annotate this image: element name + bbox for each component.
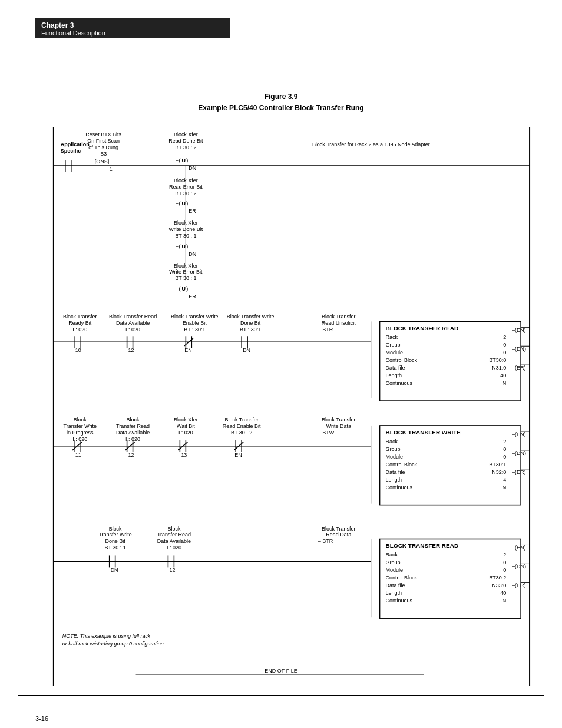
svg-text:BT30:1: BT30:1 (489, 462, 506, 467)
page-number: 3-16 (35, 715, 48, 722)
svg-text:N32:0: N32:0 (492, 469, 506, 475)
svg-text:40: 40 (500, 590, 506, 596)
svg-text:2: 2 (503, 552, 506, 558)
svg-text:ER: ER (189, 294, 196, 299)
svg-text:N: N (503, 380, 506, 386)
svg-text:Control Block: Control Block (386, 357, 418, 363)
svg-text:12: 12 (128, 452, 134, 458)
svg-text:ER: ER (189, 208, 196, 214)
svg-text:10: 10 (75, 347, 81, 353)
svg-text:– BTW: – BTW (318, 430, 335, 436)
ladder-diagram: Application Specific Reset BTX Bits On F… (18, 121, 544, 695)
svg-text:On First Scan: On First Scan (87, 138, 120, 144)
svg-text:1: 1 (110, 166, 113, 172)
svg-text:Application: Application (61, 141, 90, 147)
svg-text:Rack: Rack (386, 334, 398, 340)
svg-text:B3: B3 (100, 151, 107, 157)
svg-text:Read Error Bit: Read Error Bit (169, 184, 203, 190)
svg-text:– BTR: – BTR (318, 538, 333, 544)
svg-text:Length: Length (386, 590, 402, 596)
diagram-area: Application Specific Reset BTX Bits On F… (18, 121, 544, 696)
svg-text:BT 30 : 1: BT 30 : 1 (105, 545, 126, 551)
svg-text:Block Transfer Read: Block Transfer Read (109, 314, 157, 319)
svg-text:4: 4 (503, 477, 506, 483)
svg-text:Module: Module (386, 454, 403, 460)
svg-text:BT : 30:1: BT : 30:1 (240, 327, 261, 332)
svg-text:BT 30 : 2: BT 30 : 2 (175, 144, 196, 150)
svg-text:BLOCK TRANSFER READ: BLOCK TRANSFER READ (386, 325, 459, 331)
svg-text:12: 12 (128, 347, 134, 353)
svg-text:BLOCK TRANSFER WRITE: BLOCK TRANSFER WRITE (386, 429, 461, 436)
chapter-label: Chapter 3 (41, 21, 224, 29)
header-box: Chapter 3 Functional Description (35, 18, 230, 38)
svg-text:0: 0 (503, 342, 506, 348)
svg-text:Group: Group (386, 446, 401, 452)
svg-text:I : 020: I : 020 (125, 327, 140, 332)
svg-text:Length: Length (386, 477, 402, 483)
svg-text:2: 2 (503, 334, 506, 340)
svg-text:–(DN): –(DN) (512, 450, 526, 456)
svg-text:Block Transfer Write: Block Transfer Write (171, 314, 219, 319)
svg-text:N31.0: N31.0 (492, 365, 506, 371)
svg-text:Write Error Bit: Write Error Bit (169, 269, 203, 275)
svg-text:Data Available: Data Available (157, 538, 191, 544)
svg-text:Block Transfer: Block Transfer (322, 417, 355, 423)
svg-text:Continuous: Continuous (386, 598, 413, 604)
svg-text:DN: DN (111, 567, 118, 573)
svg-text:– BTR: – BTR (318, 327, 333, 332)
svg-text:Block Transfer: Block Transfer (224, 417, 258, 423)
svg-text:Block Transfer: Block Transfer (322, 526, 355, 532)
svg-text:0: 0 (503, 454, 506, 460)
svg-text:Read Enable Bit: Read Enable Bit (223, 423, 261, 429)
svg-text:Data file: Data file (386, 365, 405, 371)
svg-text:BT 30 : 1: BT 30 : 1 (175, 233, 196, 239)
svg-text:Control Block: Control Block (386, 575, 418, 581)
svg-text:Reset BTX Bits: Reset BTX Bits (85, 131, 121, 137)
svg-text:DN: DN (189, 251, 196, 257)
svg-text:BT30:0: BT30:0 (489, 357, 506, 363)
svg-text:of This Rung: of This Rung (88, 144, 118, 150)
figure-title: Figure 3.9 Example PLC5/40 Controller Bl… (0, 91, 562, 114)
svg-text:BT 30 : 2: BT 30 : 2 (231, 430, 252, 436)
svg-text:–(: –( (176, 157, 180, 163)
svg-text:Group: Group (386, 559, 401, 565)
svg-text:–(EN): –(EN) (512, 545, 525, 551)
figure-number: Figure 3.9 (0, 91, 562, 103)
svg-text:Rack: Rack (386, 552, 398, 558)
svg-text:Data file: Data file (386, 582, 405, 588)
svg-text:2: 2 (503, 439, 506, 444)
svg-text:Write Data: Write Data (326, 423, 351, 429)
svg-text:BT 30 : 1: BT 30 : 1 (175, 275, 196, 281)
svg-text:BT : 30:1: BT : 30:1 (184, 327, 205, 332)
svg-text:Data Available: Data Available (116, 430, 150, 436)
svg-text:EN: EN (234, 452, 242, 458)
svg-text:Read Unsolicit: Read Unsolicit (322, 320, 356, 326)
svg-text:): ) (186, 157, 188, 163)
svg-text:Enable Bit: Enable Bit (183, 320, 207, 326)
svg-text:): ) (186, 243, 188, 249)
svg-text:BT30:2: BT30:2 (489, 575, 506, 581)
svg-text:BT 30 : 2: BT 30 : 2 (175, 190, 196, 196)
svg-text:Transfer Read: Transfer Read (157, 532, 191, 538)
svg-text:): ) (186, 286, 188, 292)
svg-text:Module: Module (386, 567, 403, 573)
svg-text:Transfer Write: Transfer Write (98, 532, 131, 538)
svg-text:Specific: Specific (61, 148, 81, 154)
svg-text:13: 13 (181, 452, 187, 458)
svg-text:Block Xfer: Block Xfer (174, 417, 198, 423)
svg-text:U: U (181, 200, 185, 206)
svg-text:NOTE: This example is using fu: NOTE: This example is using full rack (62, 633, 151, 639)
svg-text:END OF FILE: END OF FILE (265, 668, 297, 674)
svg-text:Block: Block (74, 417, 87, 423)
svg-text:Wait Bit: Wait Bit (177, 423, 195, 429)
svg-text:–(EN): –(EN) (512, 431, 525, 437)
svg-text:–(EN): –(EN) (512, 327, 525, 333)
svg-text:): ) (186, 200, 188, 206)
svg-text:Continuous: Continuous (386, 380, 413, 386)
svg-text:I : 020: I : 020 (72, 327, 87, 332)
svg-text:–(DN): –(DN) (512, 346, 526, 352)
svg-text:I : 020: I : 020 (178, 430, 193, 436)
svg-text:Block Xfer: Block Xfer (174, 177, 198, 183)
svg-text:Module: Module (386, 350, 403, 355)
svg-text:U: U (181, 243, 185, 249)
